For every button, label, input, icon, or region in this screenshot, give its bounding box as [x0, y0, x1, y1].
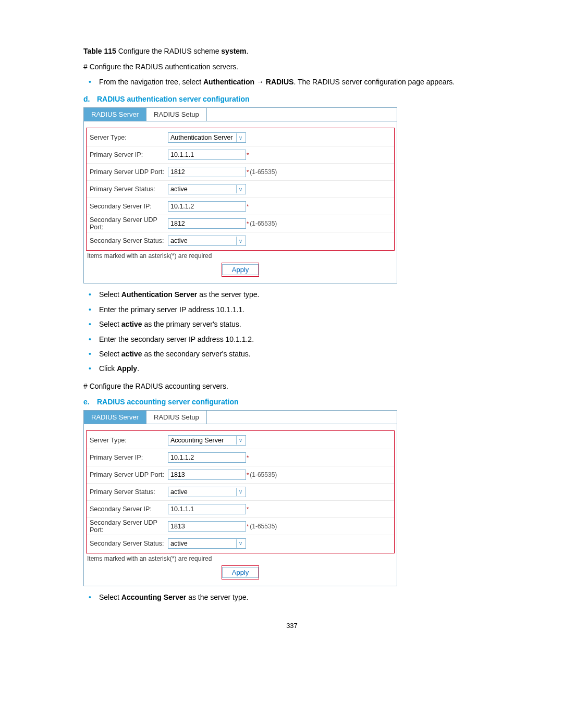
page-number: 337: [83, 622, 500, 630]
secondary-port-input[interactable]: 1813: [168, 521, 246, 532]
secondary-port-input[interactable]: 1812: [168, 218, 246, 229]
apply-highlight: Apply: [222, 565, 260, 579]
section-heading-e: e.RADIUS accounting server configuration: [83, 398, 500, 406]
form-highlight: Server Type: Authentication Serverv Prim…: [86, 128, 395, 251]
row-primary-port: Primary Server UDP Port: 1813*(1-65535): [87, 466, 394, 484]
table-number: Table 115: [83, 47, 116, 55]
list-item: Select Authentication Server as the serv…: [83, 289, 500, 300]
row-secondary-port: Secondary Server UDP Port: 1812*(1-65535…: [87, 215, 394, 232]
tab-radius-server[interactable]: RADIUS Server: [84, 411, 146, 424]
form-highlight: Server Type: Accounting Serverv Primary …: [86, 430, 395, 553]
secondary-status-select[interactable]: activev: [168, 538, 246, 549]
nav-instruction: From the navigation tree, select Authent…: [83, 76, 500, 88]
list-item: Select Accounting Server as the server t…: [83, 591, 500, 603]
secondary-ip-input[interactable]: 10.1.1.2: [168, 201, 246, 212]
table-caption: Table 115 Configure the RADIUS scheme sy…: [83, 47, 500, 55]
row-secondary-ip: Secondary Server IP: 10.1.1.2*: [87, 198, 394, 215]
list-item: Select active as the secondary server's …: [83, 348, 500, 360]
row-primary-status: Primary Server Status: activev: [87, 181, 394, 198]
secondary-ip-input[interactable]: 10.1.1.1: [168, 504, 246, 514]
tab-radius-setup[interactable]: RADIUS Setup: [146, 108, 207, 121]
apply-highlight: Apply: [222, 263, 260, 277]
row-secondary-ip: Secondary Server IP: 10.1.1.1*: [87, 501, 394, 518]
server-type-select[interactable]: Accounting Serverv: [168, 435, 246, 446]
tab-radius-server[interactable]: RADIUS Server: [84, 108, 146, 121]
list-item: Enter the secondary server IP address 10…: [83, 334, 500, 345]
row-server-type: Server Type: Authentication Serverv: [87, 129, 394, 146]
radius-acct-panel: RADIUS Server RADIUS Setup Server Type: …: [83, 410, 397, 586]
chevron-down-icon: v: [236, 237, 244, 245]
primary-status-select[interactable]: activev: [168, 184, 246, 194]
list-item: Enter the primary server IP address 10.1…: [83, 304, 500, 315]
chevron-down-icon: v: [236, 133, 244, 142]
required-note: Items marked with an asterisk(*) are req…: [87, 252, 397, 260]
row-secondary-status: Secondary Server Status: activev: [87, 232, 394, 249]
step-text: # Configure the RADIUS authentication se…: [83, 63, 500, 71]
required-note: Items marked with an asterisk(*) are req…: [87, 555, 397, 562]
instruction-list: Select Accounting Server as the server t…: [83, 591, 500, 603]
instruction-list: Select Authentication Server as the serv…: [83, 289, 500, 374]
row-secondary-port: Secondary Server UDP Port: 1813*(1-65535…: [87, 518, 394, 535]
secondary-status-select[interactable]: activev: [168, 236, 246, 246]
primary-status-select[interactable]: activev: [168, 487, 246, 497]
row-primary-status: Primary Server Status: activev: [87, 484, 394, 501]
primary-port-input[interactable]: 1813: [168, 470, 246, 480]
primary-ip-input[interactable]: 10.1.1.1: [168, 150, 246, 160]
row-primary-ip: Primary Server IP: 10.1.1.2*: [87, 449, 394, 466]
server-type-select[interactable]: Authentication Serverv: [168, 132, 246, 143]
list-item: Click Apply.: [83, 363, 500, 374]
apply-button[interactable]: Apply: [222, 264, 259, 275]
row-server-type: Server Type: Accounting Serverv: [87, 432, 394, 449]
step-text: # Configure the RADIUS accounting server…: [83, 382, 500, 390]
tab-radius-setup[interactable]: RADIUS Setup: [146, 411, 207, 424]
row-primary-port: Primary Server UDP Port: 1812*(1-65535): [87, 164, 394, 181]
tabs: RADIUS Server RADIUS Setup: [84, 411, 397, 424]
primary-ip-input[interactable]: 10.1.1.2: [168, 452, 246, 463]
tabs: RADIUS Server RADIUS Setup: [84, 108, 397, 121]
list-item: Select active as the primary server's st…: [83, 318, 500, 330]
chevron-down-icon: v: [236, 488, 244, 496]
chevron-down-icon: v: [236, 185, 244, 193]
primary-port-input[interactable]: 1812: [168, 167, 246, 177]
chevron-down-icon: v: [236, 539, 244, 548]
chevron-down-icon: v: [236, 436, 244, 445]
section-heading-d: d.RADIUS authentication server configura…: [83, 95, 500, 103]
row-secondary-status: Secondary Server Status: activev: [87, 535, 394, 552]
radius-auth-panel: RADIUS Server RADIUS Setup Server Type: …: [83, 107, 397, 283]
apply-button[interactable]: Apply: [222, 567, 259, 578]
row-primary-ip: Primary Server IP: 10.1.1.1*: [87, 146, 394, 164]
